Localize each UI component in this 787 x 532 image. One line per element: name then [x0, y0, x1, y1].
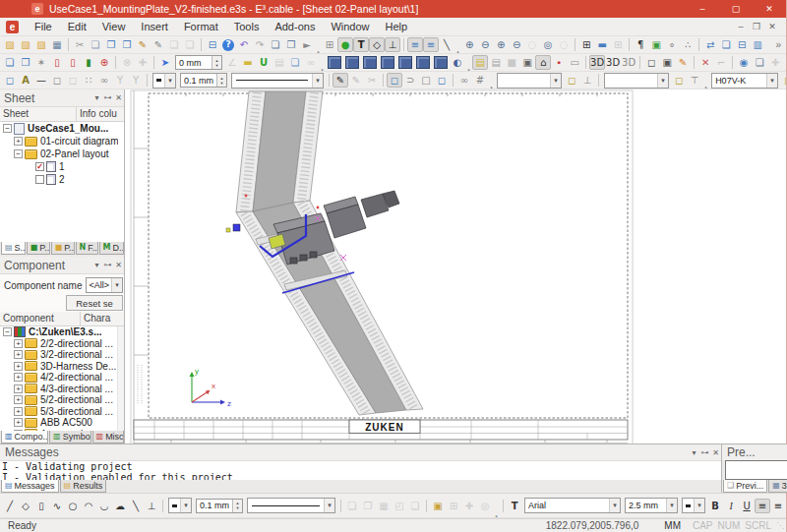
- block-update-icon[interactable]: ▯: [65, 55, 81, 70]
- cut-icon[interactable]: ✂: [72, 37, 88, 52]
- cable-type-combo[interactable]: ▾: [497, 73, 562, 89]
- grid-toggle-icon[interactable]: ⊞: [578, 37, 594, 52]
- spinner-icon[interactable]: ▲▼: [216, 74, 226, 87]
- copy-drawing-icon[interactable]: ❏: [287, 55, 303, 70]
- tab-component[interactable]: ▥Compo...: [1, 431, 48, 443]
- dropdown-caret-icon[interactable]: ▾: [657, 74, 668, 88]
- maximize-button[interactable]: ▢: [719, 0, 753, 18]
- zoom-window-icon[interactable]: ◌: [524, 37, 540, 52]
- slope-icon[interactable]: ∠: [224, 55, 240, 70]
- corner-tool-icon[interactable]: ⌐: [713, 55, 729, 70]
- tree-item-panel-layout[interactable]: −02-Panel layout: [0, 148, 124, 160]
- minimize-button[interactable]: –: [686, 0, 719, 18]
- doc-3d-icon[interactable]: ❏: [752, 55, 767, 70]
- view-back-icon[interactable]: [398, 56, 412, 69]
- column-header[interactable]: Sheet: [0, 107, 77, 121]
- expander-icon[interactable]: +: [14, 350, 23, 359]
- add-view-icon[interactable]: ✚: [767, 55, 783, 70]
- clip-tool-icon[interactable]: ⊥: [385, 37, 400, 52]
- tree-item-3-2-directional[interactable]: +3/2-directional ...: [0, 349, 124, 361]
- open-project-icon[interactable]: ▨: [18, 37, 33, 52]
- view-top-icon[interactable]: [345, 56, 359, 69]
- italic-icon[interactable]: I: [723, 499, 739, 513]
- tab-preview[interactable]: ❏Previ...: [723, 480, 767, 493]
- draw-arc-center-icon[interactable]: ◡: [96, 499, 112, 513]
- dropdown-caret-icon[interactable]: ▾: [609, 499, 620, 512]
- tree-item-project[interactable]: −UseCase1_Mou...: [0, 122, 124, 135]
- expander-icon[interactable]: +: [14, 384, 23, 393]
- zoom-decrease-icon[interactable]: ⊖: [509, 37, 524, 52]
- mdi-minimize-button[interactable]: –: [733, 20, 749, 33]
- symbol-group-icon[interactable]: ◻: [65, 73, 81, 88]
- tree-item-accessories[interactable]: +Accessories: [0, 429, 124, 432]
- copy-format-icon[interactable]: ❏: [166, 37, 182, 52]
- conductor-assign-icon[interactable]: ◻: [671, 73, 687, 88]
- expander-icon[interactable]: −: [14, 149, 23, 158]
- close-icon[interactable]: ✕: [113, 261, 124, 269]
- dimension-box-icon[interactable]: ▣: [519, 55, 535, 70]
- pin-pair-icon[interactable]: ∷: [81, 73, 96, 88]
- expander-icon[interactable]: +: [14, 362, 23, 371]
- save-icon[interactable]: ▦: [49, 37, 65, 52]
- connect-node-icon[interactable]: ∘: [664, 37, 680, 52]
- draw-dimension-icon[interactable]: ⊥: [144, 499, 159, 513]
- send-back-icon[interactable]: ❏: [407, 499, 423, 513]
- cut-inactive-icon[interactable]: ✂: [364, 73, 380, 88]
- align-objects-icon[interactable]: ⊞: [446, 499, 461, 513]
- pin-chain-icon[interactable]: ∞: [96, 73, 112, 88]
- tab-sheet[interactable]: ▤S...: [1, 242, 26, 255]
- node-toggle-icon[interactable]: ◻: [387, 73, 402, 88]
- point-marker-icon[interactable]: ∙: [551, 55, 567, 70]
- line-style-combo[interactable]: ▾: [231, 73, 324, 89]
- paste-icon[interactable]: ❐: [103, 37, 119, 52]
- sheet-properties-icon[interactable]: ❏: [268, 37, 283, 52]
- pin-icon[interactable]: ⊶: [102, 93, 113, 102]
- expander-icon[interactable]: +: [14, 430, 23, 431]
- panel-menu-icon[interactable]: ▾: [91, 261, 102, 269]
- menu-edit[interactable]: Edit: [60, 19, 94, 34]
- wye-right-icon[interactable]: Y: [128, 73, 144, 88]
- block-edit-icon[interactable]: ▯: [49, 55, 65, 70]
- chain-link-icon[interactable]: ∞: [456, 73, 472, 88]
- menu-tools[interactable]: Tools: [226, 19, 268, 34]
- bold-icon[interactable]: B: [707, 499, 723, 513]
- view-3d-icon[interactable]: 3D: [589, 55, 605, 70]
- wye-left-icon[interactable]: Y: [112, 73, 128, 88]
- view-side-icon[interactable]: [381, 56, 394, 69]
- origin-target-icon[interactable]: ⊕: [96, 55, 112, 70]
- close-icon[interactable]: ✕: [710, 448, 721, 457]
- page-copy-icon[interactable]: ❐: [18, 55, 33, 70]
- undo-icon[interactable]: ↶: [236, 37, 252, 52]
- tree-item-3d-harness[interactable]: +3D-Harness De...: [0, 361, 124, 373]
- menu-add-ons[interactable]: Add-ons: [267, 19, 323, 34]
- marquee-icon[interactable]: □: [418, 73, 434, 88]
- underline-icon[interactable]: U: [739, 499, 755, 513]
- fill-solid-icon[interactable]: ■: [504, 55, 519, 70]
- line-color-picker[interactable]: ▾: [152, 73, 176, 89]
- cube-outline-icon[interactable]: ◻: [643, 55, 659, 70]
- tab-project[interactable]: ■P...: [51, 242, 75, 255]
- sheet-format-icon[interactable]: ▬: [594, 37, 610, 52]
- menu-window[interactable]: Window: [323, 19, 377, 34]
- tree-item-circuit-diagram[interactable]: +01-circuit diagram: [0, 135, 124, 148]
- tree-item-4-3-directional[interactable]: +4/3-directional ...: [0, 384, 124, 395]
- junction-style-alt-icon[interactable]: ≡: [423, 37, 439, 52]
- model-home-icon[interactable]: ⌂: [535, 55, 551, 70]
- spin-down-icon[interactable]: ▼: [236, 505, 240, 510]
- junction-style-icon[interactable]: ≡: [407, 37, 423, 52]
- split-vertical-icon[interactable]: ▥: [750, 37, 765, 52]
- align-left-icon[interactable]: ≡: [755, 499, 770, 513]
- spin-down-icon[interactable]: ▼: [220, 81, 224, 86]
- toolbar-overflow-button[interactable]: »: [775, 39, 781, 50]
- magic-wand-icon[interactable]: ✶: [33, 55, 49, 70]
- tab-symbol[interactable]: ▥Symbol: [49, 431, 91, 443]
- tab-database[interactable]: MD...: [99, 242, 124, 255]
- graphic-line-style-combo[interactable]: ▾: [247, 498, 335, 513]
- dropdown-caret-icon[interactable]: ▾: [766, 74, 777, 88]
- tree-item-sheet-1[interactable]: ✓1: [0, 160, 124, 173]
- panel-menu-icon[interactable]: ▾: [91, 93, 102, 102]
- pen-active-icon[interactable]: ✎: [333, 73, 348, 88]
- close-icon[interactable]: ✕: [113, 93, 124, 102]
- hatch-gray-icon[interactable]: ▤: [488, 55, 504, 70]
- print-icon[interactable]: ⊟: [205, 37, 220, 52]
